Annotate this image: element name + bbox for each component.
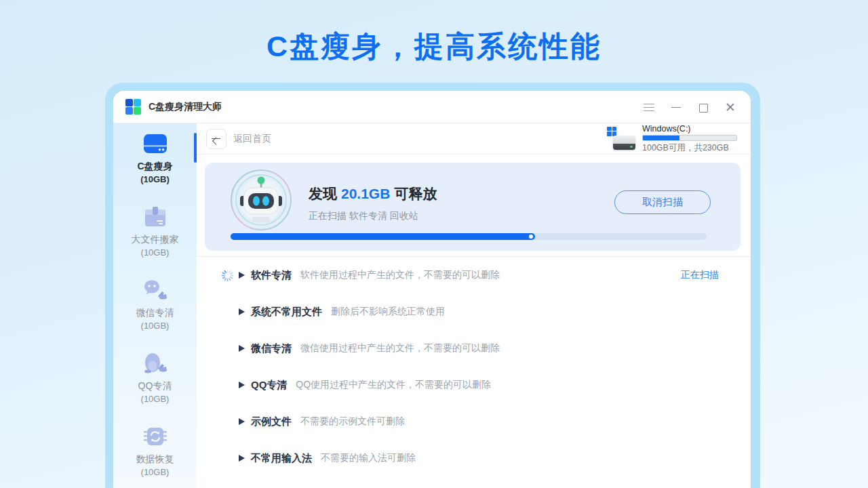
drive-usage-bar bbox=[642, 135, 737, 141]
sidebar-item-label: C盘瘦身 bbox=[137, 160, 172, 173]
sidebar-item-size: (10GB) bbox=[141, 246, 170, 259]
scan-status-line: 正在扫描 软件专清 回收站 bbox=[309, 210, 437, 222]
category-list: 软件专清 软件使用过程中产生的文件，不需要的可以删除 正在扫描 bbox=[205, 257, 741, 476]
category-row[interactable]: 示例文件 不需要的示例文件可删除 bbox=[205, 403, 741, 440]
main-area: 返回首页 Windows(C:) 100GB可用，共230GB bbox=[197, 123, 751, 488]
category-desc: 不需要的示例文件可删除 bbox=[300, 415, 405, 428]
sidebar-item-label: 数据恢复 bbox=[136, 453, 174, 466]
category-title: 微信专清 bbox=[251, 342, 292, 355]
sidebar-item-size: (10GB) bbox=[140, 173, 170, 186]
qq-icon bbox=[142, 351, 169, 375]
category-desc: 删除后不影响系统正常使用 bbox=[331, 306, 445, 318]
back-arrow-icon bbox=[212, 134, 221, 144]
sidebar: C盘瘦身 (10GB) 大文件搬家 (10GB) 微信专清 (10GB) bbox=[113, 123, 197, 488]
category-title: QQ专清 bbox=[251, 379, 287, 392]
app-window-frame: C盘瘦身清理大师 C盘瘦身 (10GB) bbox=[105, 83, 760, 488]
expand-arrow-icon bbox=[239, 455, 245, 462]
topbar: 返回首页 Windows(C:) 100GB可用，共230GB bbox=[197, 123, 751, 155]
box-icon bbox=[142, 205, 169, 229]
back-label: 返回首页 bbox=[233, 133, 271, 145]
category-title: 软件专清 bbox=[251, 269, 292, 282]
category-row[interactable]: 系统不常用文件 删除后不影响系统正常使用 bbox=[205, 293, 741, 330]
category-title: 示例文件 bbox=[251, 415, 292, 428]
sidebar-item-size: (10GB) bbox=[141, 392, 170, 405]
sidebar-item-c-slim[interactable]: C盘瘦身 (10GB) bbox=[113, 131, 197, 205]
category-row[interactable]: 不常用输入法 不需要的输入法可删除 bbox=[205, 440, 741, 476]
category-desc: 软件使用过程中产生的文件，不需要的可以删除 bbox=[300, 269, 500, 281]
sidebar-item-size: (10GB) bbox=[141, 466, 170, 479]
category-title: 系统不常用文件 bbox=[251, 306, 322, 319]
content-area: 发现20.1GB可释放 正在扫描 软件专清 回收站 取消扫描 bbox=[197, 155, 751, 488]
app-title: C盘瘦身清理大师 bbox=[149, 101, 222, 113]
menu-icon[interactable] bbox=[644, 102, 654, 113]
category-row[interactable]: 微信专清 微信使用过程中产生的文件，不需要的可以删除 bbox=[205, 330, 741, 367]
disk-icon bbox=[142, 131, 169, 156]
sidebar-item-label: 大文件搬家 bbox=[132, 233, 179, 246]
back-button[interactable] bbox=[206, 129, 226, 149]
expand-arrow-icon bbox=[239, 272, 245, 279]
scan-panel: 发现20.1GB可释放 正在扫描 软件专清 回收站 取消扫描 bbox=[205, 163, 741, 251]
category-status: 正在扫描 bbox=[681, 269, 719, 281]
expand-arrow-icon bbox=[239, 382, 245, 388]
category-row[interactable]: QQ专清 QQ使用过程中产生的文件，不需要的可以删除 bbox=[205, 367, 741, 403]
titlebar: C盘瘦身清理大师 bbox=[113, 91, 751, 123]
hero-banner: C盘瘦身，提高系统性能 bbox=[0, 0, 868, 66]
active-indicator bbox=[194, 133, 197, 163]
app-logo-icon bbox=[124, 98, 142, 116]
sidebar-item-label: 微信专清 bbox=[136, 306, 174, 319]
wechat-icon bbox=[142, 278, 169, 302]
reclaimable-size: 20.1GB bbox=[341, 186, 390, 201]
recover-icon bbox=[142, 424, 169, 449]
scan-progress-fill bbox=[231, 233, 535, 240]
cancel-scan-button[interactable]: 取消扫描 bbox=[614, 190, 711, 214]
sidebar-item-wechat[interactable]: 微信专清 (10GB) bbox=[113, 278, 197, 351]
drive-detail: 100GB可用，共230GB bbox=[642, 142, 737, 154]
category-desc: 不需要的输入法可删除 bbox=[321, 452, 416, 464]
sidebar-item-qq[interactable]: QQ专清 (10GB) bbox=[113, 351, 197, 424]
drive-usage-fill bbox=[643, 136, 679, 140]
scan-progress-bar bbox=[231, 233, 707, 240]
expand-arrow-icon bbox=[239, 418, 245, 425]
scan-result-heading: 发现20.1GB可释放 bbox=[309, 184, 437, 203]
close-icon[interactable] bbox=[725, 102, 736, 113]
expand-arrow-icon bbox=[239, 345, 245, 352]
drive-info: Windows(C:) 100GB可用，共230GB bbox=[607, 124, 741, 154]
category-desc: 微信使用过程中产生的文件，不需要的可以删除 bbox=[300, 342, 500, 354]
robot-icon bbox=[227, 166, 295, 234]
category-desc: QQ使用过程中产生的文件，不需要的可以删除 bbox=[296, 379, 491, 391]
maximize-icon[interactable] bbox=[698, 102, 709, 113]
app-window: C盘瘦身清理大师 C盘瘦身 (10GB) bbox=[113, 91, 751, 488]
sidebar-item-big-files[interactable]: 大文件搬家 (10GB) bbox=[113, 205, 197, 278]
sidebar-item-recover[interactable]: 数据恢复 (10GB) bbox=[113, 424, 197, 488]
sidebar-item-size: (10GB) bbox=[141, 319, 170, 332]
window-body: C盘瘦身 (10GB) 大文件搬家 (10GB) 微信专清 (10GB) bbox=[113, 123, 751, 488]
drive-name: Windows(C:) bbox=[642, 124, 737, 134]
window-controls bbox=[644, 102, 736, 113]
drive-icon bbox=[607, 127, 635, 151]
page-title: C盘瘦身，提高系统性能 bbox=[0, 27, 868, 66]
spinner-icon bbox=[222, 270, 233, 281]
category-title: 不常用输入法 bbox=[251, 452, 312, 465]
minimize-icon[interactable] bbox=[671, 102, 682, 113]
sidebar-item-label: QQ专清 bbox=[138, 380, 172, 392]
expand-arrow-icon bbox=[239, 308, 245, 315]
category-row[interactable]: 软件专清 软件使用过程中产生的文件，不需要的可以删除 正在扫描 bbox=[205, 257, 741, 293]
